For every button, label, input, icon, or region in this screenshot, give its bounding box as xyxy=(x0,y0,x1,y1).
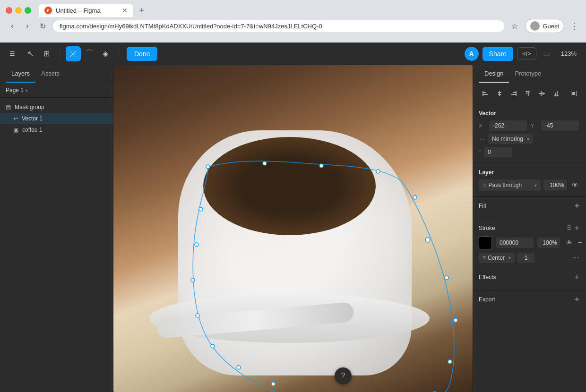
add-effect-button[interactable]: + xyxy=(573,273,580,281)
align-center-h-button[interactable] xyxy=(493,87,506,100)
svg-rect-33 xyxy=(539,93,545,94)
window-minimize-button[interactable] xyxy=(15,7,22,14)
xy-row: X Y xyxy=(479,120,580,131)
curve-tool-button[interactable]: ⌒ xyxy=(82,46,97,61)
stroke-position-row: ≡ Center ▾ ⋯ xyxy=(479,252,580,263)
add-stroke-button[interactable]: + xyxy=(573,224,580,232)
stroke-position-button[interactable]: ≡ Center ▾ xyxy=(479,253,515,263)
layers-list: ▤ Mask group ↩ Vector 1 ▣ coffee 1 xyxy=(0,98,113,139)
tab-bar: F Untitled – Figma ✕ + xyxy=(35,4,152,17)
window-maximize-button[interactable] xyxy=(25,7,31,14)
coffee-liquid xyxy=(203,137,376,235)
x-label: X xyxy=(479,123,485,128)
stroke-color-swatch[interactable] xyxy=(479,236,492,249)
help-icon: ? xyxy=(341,372,345,380)
profile-label: Guest xyxy=(543,23,559,30)
stroke-header: Stroke ⠿ + xyxy=(479,224,580,232)
tab-close-button[interactable]: ✕ xyxy=(122,7,128,14)
svg-rect-21 xyxy=(483,91,483,96)
distribute-button[interactable] xyxy=(567,87,580,100)
blend-mode-circle-icon: ○ xyxy=(483,181,486,189)
layer-coffee1[interactable]: ▣ coffee 1 xyxy=(0,124,113,136)
back-button[interactable]: ‹ xyxy=(6,19,19,33)
align-top-button[interactable] xyxy=(521,87,534,100)
fill-tool-button[interactable]: ◈ xyxy=(98,46,113,61)
corner-radius-input[interactable] xyxy=(484,147,512,157)
svg-rect-25 xyxy=(498,92,501,93)
layers-tab[interactable]: Layers xyxy=(6,65,35,83)
toolbar-right: A Share </> ▭ 123% xyxy=(465,47,580,61)
main-layout: Layers Assets Page 1 ▾ ▤ Mask group ↩ Ve… xyxy=(0,65,586,392)
figma-menu-button[interactable]: ☰ xyxy=(6,48,19,60)
blend-mode-button[interactable]: ○ Pass through ▾ xyxy=(479,179,541,191)
user-avatar-button[interactable]: A xyxy=(465,47,479,61)
pen-tool-button[interactable] xyxy=(66,46,81,61)
effects-section: Effects + xyxy=(473,268,586,290)
layer-vector1[interactable]: ↩ Vector 1 xyxy=(0,113,113,124)
browser-chrome: F Untitled – Figma ✕ + ‹ › ↻ ☆ Guest ⋮ xyxy=(0,0,586,43)
stroke-grid-button[interactable]: ⠿ xyxy=(567,224,571,232)
stroke-opacity-input[interactable] xyxy=(537,238,560,248)
move-tool-button[interactable]: ↖ xyxy=(23,46,38,61)
layer-section: Layer ○ Pass through ▾ 👁 xyxy=(473,163,586,197)
right-panel: Design Prototype xyxy=(473,65,586,392)
bookmark-button[interactable]: ☆ xyxy=(508,19,521,33)
stroke-hex-input[interactable] xyxy=(496,238,534,248)
layer-visibility-button[interactable]: 👁 xyxy=(570,179,580,191)
x-input[interactable] xyxy=(489,120,527,131)
vector-section-title: Vector xyxy=(479,110,580,117)
stroke-minus-button[interactable]: − xyxy=(578,239,582,247)
help-button[interactable]: ? xyxy=(335,367,352,384)
layer-mask-icon: ▤ xyxy=(6,104,11,111)
y-input[interactable] xyxy=(541,120,579,131)
add-export-button[interactable]: + xyxy=(573,295,580,304)
active-tab[interactable]: F Untitled – Figma ✕ xyxy=(39,4,133,17)
stroke-position-label: Center xyxy=(488,255,505,261)
blend-mode-row: ○ Pass through ▾ 👁 xyxy=(479,179,580,191)
vector-section: Vector X Y ↔ No mirroring ▾ ◜ xyxy=(473,104,586,163)
svg-rect-32 xyxy=(528,92,529,96)
tool-group-pen: ⌒ ◈ xyxy=(66,46,113,61)
eye-icon: 👁 xyxy=(572,181,578,189)
forward-button[interactable]: › xyxy=(21,19,34,33)
design-tab[interactable]: Design xyxy=(479,65,509,83)
nav-buttons: ‹ › ↻ xyxy=(6,19,49,33)
zoom-control[interactable]: 123% xyxy=(557,48,580,60)
profile-button[interactable]: Guest xyxy=(525,19,564,33)
title-bar: F Untitled – Figma ✕ + xyxy=(0,0,586,17)
address-bar: ‹ › ↻ ☆ Guest ⋮ xyxy=(0,17,586,36)
svg-rect-28 xyxy=(513,92,516,93)
present-button[interactable]: ▭ xyxy=(540,47,553,60)
url-input[interactable] xyxy=(53,20,504,32)
add-fill-button[interactable]: + xyxy=(573,202,580,210)
layer-opacity-input[interactable] xyxy=(543,180,567,190)
frame-tool-button[interactable]: ⊞ xyxy=(39,46,54,61)
done-button[interactable]: Done xyxy=(127,47,157,61)
fill-header: Fill + xyxy=(479,202,580,210)
design-tabs: Design Prototype xyxy=(473,65,586,83)
extensions-button[interactable]: ⋮ xyxy=(568,19,580,33)
mirroring-select[interactable]: No mirroring ▾ xyxy=(488,134,533,144)
align-right-button[interactable] xyxy=(507,87,520,100)
new-tab-button[interactable]: + xyxy=(135,4,148,17)
stroke-visibility-button[interactable]: 👁 xyxy=(564,237,574,248)
align-middle-button[interactable] xyxy=(535,87,549,100)
layer-mask-label: Mask group xyxy=(15,104,44,111)
canvas-inner xyxy=(113,65,473,392)
share-button[interactable]: Share xyxy=(483,47,513,61)
canvas[interactable]: ? xyxy=(113,65,473,392)
code-view-button[interactable]: </> xyxy=(517,47,536,60)
toolbar-separator-2 xyxy=(119,48,119,60)
layer-image-icon: ▣ xyxy=(13,127,18,133)
stroke-width-input[interactable] xyxy=(517,253,534,263)
assets-tab[interactable]: Assets xyxy=(35,65,65,83)
tool-group-move: ↖ ⊞ xyxy=(23,46,54,61)
stroke-options-button[interactable]: ⋯ xyxy=(571,252,580,263)
layer-mask-group[interactable]: ▤ Mask group xyxy=(0,102,113,113)
align-left-button[interactable] xyxy=(479,87,492,100)
refresh-button[interactable]: ↻ xyxy=(36,19,49,33)
align-bottom-button[interactable] xyxy=(550,87,563,100)
prototype-tab[interactable]: Prototype xyxy=(509,65,547,83)
window-close-button[interactable] xyxy=(6,7,12,14)
page-selector[interactable]: Page 1 ▾ xyxy=(0,83,113,98)
